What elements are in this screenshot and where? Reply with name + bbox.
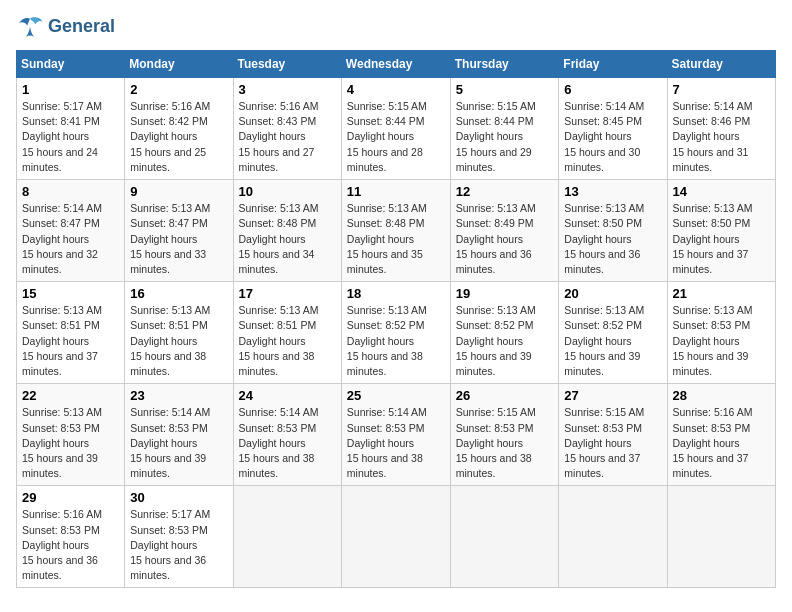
calendar-cell: 9 Sunrise: 5:13 AMSunset: 8:47 PMDayligh… (125, 180, 233, 282)
day-info: Sunrise: 5:13 AMSunset: 8:48 PMDaylight … (239, 202, 319, 275)
calendar-cell: 8 Sunrise: 5:14 AMSunset: 8:47 PMDayligh… (17, 180, 125, 282)
calendar-cell: 30 Sunrise: 5:17 AMSunset: 8:53 PMDaylig… (125, 486, 233, 588)
day-number: 25 (347, 388, 445, 403)
calendar-cell: 19 Sunrise: 5:13 AMSunset: 8:52 PMDaylig… (450, 282, 559, 384)
day-number: 23 (130, 388, 227, 403)
calendar-cell (667, 486, 776, 588)
calendar-week-1: 1 Sunrise: 5:17 AMSunset: 8:41 PMDayligh… (17, 78, 776, 180)
day-info: Sunrise: 5:13 AMSunset: 8:51 PMDaylight … (22, 304, 102, 377)
day-info: Sunrise: 5:13 AMSunset: 8:50 PMDaylight … (564, 202, 644, 275)
calendar-table: SundayMondayTuesdayWednesdayThursdayFrid… (16, 50, 776, 588)
day-number: 17 (239, 286, 336, 301)
calendar-cell: 29 Sunrise: 5:16 AMSunset: 8:53 PMDaylig… (17, 486, 125, 588)
day-info: Sunrise: 5:14 AMSunset: 8:53 PMDaylight … (239, 406, 319, 479)
calendar-cell: 23 Sunrise: 5:14 AMSunset: 8:53 PMDaylig… (125, 384, 233, 486)
day-info: Sunrise: 5:15 AMSunset: 8:53 PMDaylight … (456, 406, 536, 479)
logo-bird-icon (16, 16, 44, 38)
calendar-cell (450, 486, 559, 588)
day-info: Sunrise: 5:15 AMSunset: 8:44 PMDaylight … (456, 100, 536, 173)
day-info: Sunrise: 5:16 AMSunset: 8:43 PMDaylight … (239, 100, 319, 173)
calendar-header-thursday: Thursday (450, 51, 559, 78)
calendar-cell: 17 Sunrise: 5:13 AMSunset: 8:51 PMDaylig… (233, 282, 341, 384)
day-info: Sunrise: 5:16 AMSunset: 8:42 PMDaylight … (130, 100, 210, 173)
calendar-header-sunday: Sunday (17, 51, 125, 78)
calendar-cell: 12 Sunrise: 5:13 AMSunset: 8:49 PMDaylig… (450, 180, 559, 282)
day-info: Sunrise: 5:14 AMSunset: 8:47 PMDaylight … (22, 202, 102, 275)
day-number: 15 (22, 286, 119, 301)
calendar-header-saturday: Saturday (667, 51, 776, 78)
day-number: 12 (456, 184, 554, 199)
calendar-cell: 1 Sunrise: 5:17 AMSunset: 8:41 PMDayligh… (17, 78, 125, 180)
day-info: Sunrise: 5:13 AMSunset: 8:50 PMDaylight … (673, 202, 753, 275)
day-info: Sunrise: 5:13 AMSunset: 8:51 PMDaylight … (239, 304, 319, 377)
day-info: Sunrise: 5:14 AMSunset: 8:53 PMDaylight … (130, 406, 210, 479)
day-number: 6 (564, 82, 661, 97)
calendar-cell: 28 Sunrise: 5:16 AMSunset: 8:53 PMDaylig… (667, 384, 776, 486)
day-number: 20 (564, 286, 661, 301)
calendar-cell: 18 Sunrise: 5:13 AMSunset: 8:52 PMDaylig… (341, 282, 450, 384)
calendar-cell: 25 Sunrise: 5:14 AMSunset: 8:53 PMDaylig… (341, 384, 450, 486)
calendar-header-wednesday: Wednesday (341, 51, 450, 78)
calendar-cell: 16 Sunrise: 5:13 AMSunset: 8:51 PMDaylig… (125, 282, 233, 384)
day-number: 8 (22, 184, 119, 199)
calendar-week-4: 22 Sunrise: 5:13 AMSunset: 8:53 PMDaylig… (17, 384, 776, 486)
day-info: Sunrise: 5:13 AMSunset: 8:53 PMDaylight … (673, 304, 753, 377)
day-number: 4 (347, 82, 445, 97)
day-number: 21 (673, 286, 771, 301)
day-info: Sunrise: 5:14 AMSunset: 8:45 PMDaylight … (564, 100, 644, 173)
day-number: 2 (130, 82, 227, 97)
calendar-cell: 2 Sunrise: 5:16 AMSunset: 8:42 PMDayligh… (125, 78, 233, 180)
calendar-cell: 11 Sunrise: 5:13 AMSunset: 8:48 PMDaylig… (341, 180, 450, 282)
calendar-header-friday: Friday (559, 51, 667, 78)
calendar-cell: 22 Sunrise: 5:13 AMSunset: 8:53 PMDaylig… (17, 384, 125, 486)
day-info: Sunrise: 5:13 AMSunset: 8:52 PMDaylight … (456, 304, 536, 377)
calendar-cell: 15 Sunrise: 5:13 AMSunset: 8:51 PMDaylig… (17, 282, 125, 384)
day-info: Sunrise: 5:13 AMSunset: 8:52 PMDaylight … (564, 304, 644, 377)
day-info: Sunrise: 5:14 AMSunset: 8:53 PMDaylight … (347, 406, 427, 479)
calendar-week-3: 15 Sunrise: 5:13 AMSunset: 8:51 PMDaylig… (17, 282, 776, 384)
day-info: Sunrise: 5:16 AMSunset: 8:53 PMDaylight … (22, 508, 102, 581)
day-number: 11 (347, 184, 445, 199)
day-info: Sunrise: 5:13 AMSunset: 8:47 PMDaylight … (130, 202, 210, 275)
calendar-cell: 27 Sunrise: 5:15 AMSunset: 8:53 PMDaylig… (559, 384, 667, 486)
calendar-cell: 26 Sunrise: 5:15 AMSunset: 8:53 PMDaylig… (450, 384, 559, 486)
calendar-cell (341, 486, 450, 588)
page-header: General (16, 16, 776, 38)
calendar-cell (233, 486, 341, 588)
day-info: Sunrise: 5:15 AMSunset: 8:44 PMDaylight … (347, 100, 427, 173)
day-number: 7 (673, 82, 771, 97)
day-info: Sunrise: 5:13 AMSunset: 8:52 PMDaylight … (347, 304, 427, 377)
day-number: 26 (456, 388, 554, 403)
day-number: 14 (673, 184, 771, 199)
calendar-cell: 6 Sunrise: 5:14 AMSunset: 8:45 PMDayligh… (559, 78, 667, 180)
calendar-cell: 24 Sunrise: 5:14 AMSunset: 8:53 PMDaylig… (233, 384, 341, 486)
calendar-cell: 7 Sunrise: 5:14 AMSunset: 8:46 PMDayligh… (667, 78, 776, 180)
calendar-cell: 10 Sunrise: 5:13 AMSunset: 8:48 PMDaylig… (233, 180, 341, 282)
day-number: 28 (673, 388, 771, 403)
calendar-cell: 5 Sunrise: 5:15 AMSunset: 8:44 PMDayligh… (450, 78, 559, 180)
day-number: 3 (239, 82, 336, 97)
day-info: Sunrise: 5:14 AMSunset: 8:46 PMDaylight … (673, 100, 753, 173)
day-number: 22 (22, 388, 119, 403)
day-number: 29 (22, 490, 119, 505)
day-info: Sunrise: 5:13 AMSunset: 8:49 PMDaylight … (456, 202, 536, 275)
day-number: 16 (130, 286, 227, 301)
calendar-cell: 14 Sunrise: 5:13 AMSunset: 8:50 PMDaylig… (667, 180, 776, 282)
calendar-body: 1 Sunrise: 5:17 AMSunset: 8:41 PMDayligh… (17, 78, 776, 588)
day-info: Sunrise: 5:17 AMSunset: 8:41 PMDaylight … (22, 100, 102, 173)
day-number: 27 (564, 388, 661, 403)
calendar-cell (559, 486, 667, 588)
day-info: Sunrise: 5:15 AMSunset: 8:53 PMDaylight … (564, 406, 644, 479)
day-number: 18 (347, 286, 445, 301)
day-info: Sunrise: 5:13 AMSunset: 8:51 PMDaylight … (130, 304, 210, 377)
day-info: Sunrise: 5:13 AMSunset: 8:53 PMDaylight … (22, 406, 102, 479)
logo-text: General (48, 17, 115, 37)
day-number: 13 (564, 184, 661, 199)
day-info: Sunrise: 5:17 AMSunset: 8:53 PMDaylight … (130, 508, 210, 581)
calendar-header-row: SundayMondayTuesdayWednesdayThursdayFrid… (17, 51, 776, 78)
logo: General (16, 16, 115, 38)
day-number: 9 (130, 184, 227, 199)
day-info: Sunrise: 5:16 AMSunset: 8:53 PMDaylight … (673, 406, 753, 479)
day-number: 5 (456, 82, 554, 97)
day-number: 30 (130, 490, 227, 505)
